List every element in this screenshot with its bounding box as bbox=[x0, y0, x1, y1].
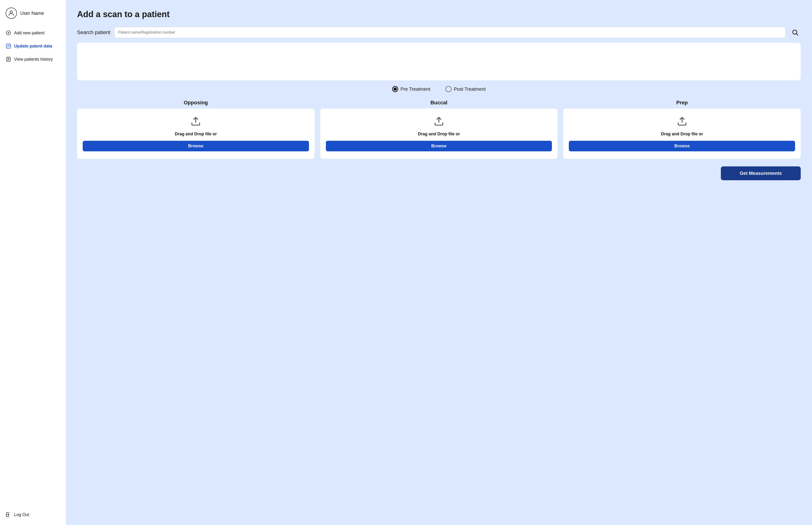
opposing-drag-text: Drag and Drop file or bbox=[175, 131, 217, 137]
bottom-row: Get Measurements bbox=[77, 166, 801, 180]
prep-upload-icon bbox=[677, 116, 687, 127]
pre-treatment-option[interactable]: Pre Treatment bbox=[392, 86, 430, 92]
sidebar-item-add-patient[interactable]: Add new patient bbox=[6, 30, 60, 36]
treatment-radio-group: Pre Treatment Post Treatment bbox=[77, 86, 801, 92]
search-icon bbox=[792, 29, 799, 36]
opposing-column: Opposing Drag and Drop file or Browse bbox=[77, 100, 315, 159]
svg-line-11 bbox=[796, 34, 798, 35]
buccal-browse-button[interactable]: Browse bbox=[326, 141, 552, 151]
nav-menu: Add new patient Update patent data View … bbox=[6, 30, 60, 504]
history-icon bbox=[6, 56, 11, 62]
pre-treatment-radio[interactable] bbox=[392, 86, 398, 92]
opposing-browse-button[interactable]: Browse bbox=[83, 141, 309, 151]
search-row: Search patient bbox=[77, 27, 801, 38]
sidebar: User Name Add new patient Update patent … bbox=[0, 0, 66, 525]
prep-column: Prep Drag and Drop file or Browse bbox=[563, 100, 801, 159]
sidebar-item-view-history[interactable]: View patients history bbox=[6, 56, 60, 62]
logout-icon bbox=[6, 512, 11, 518]
page-title: Add a scan to a patient bbox=[77, 10, 801, 19]
sidebar-item-update-patient[interactable]: Update patent data bbox=[6, 43, 60, 49]
plus-circle-icon bbox=[6, 30, 11, 36]
prep-dropzone[interactable]: Drag and Drop file or Browse bbox=[563, 108, 801, 159]
prep-label: Prep bbox=[676, 100, 688, 106]
buccal-upload-icon bbox=[434, 116, 444, 127]
buccal-drag-text: Drag and Drop file or bbox=[418, 131, 460, 137]
opposing-label: Opposing bbox=[184, 100, 208, 106]
user-name: User Name bbox=[20, 11, 44, 16]
logout-button[interactable]: Log Out bbox=[6, 512, 60, 518]
opposing-upload-icon bbox=[190, 116, 201, 127]
logout-section: Log Out bbox=[6, 504, 60, 518]
search-button[interactable] bbox=[790, 27, 801, 38]
svg-point-0 bbox=[10, 11, 13, 13]
buccal-column: Buccal Drag and Drop file or Browse bbox=[320, 100, 558, 159]
get-measurements-button[interactable]: Get Measurements bbox=[721, 166, 801, 180]
main-content: Add a scan to a patient Search patient P… bbox=[66, 0, 812, 525]
search-input[interactable] bbox=[114, 27, 786, 38]
prep-browse-button[interactable]: Browse bbox=[569, 141, 795, 151]
buccal-label: Buccal bbox=[430, 100, 447, 106]
buccal-dropzone[interactable]: Drag and Drop file or Browse bbox=[320, 108, 558, 159]
upload-section: Opposing Drag and Drop file or Browse Bu… bbox=[77, 100, 801, 159]
avatar bbox=[6, 7, 17, 19]
prep-drag-text: Drag and Drop file or bbox=[661, 131, 703, 137]
search-label: Search patient bbox=[77, 29, 110, 35]
post-treatment-radio[interactable] bbox=[445, 86, 451, 92]
update-patient-icon bbox=[6, 43, 11, 49]
user-section: User Name bbox=[6, 7, 60, 19]
results-panel bbox=[77, 43, 801, 80]
post-treatment-option[interactable]: Post Treatment bbox=[445, 86, 486, 92]
svg-rect-4 bbox=[6, 44, 11, 48]
svg-point-10 bbox=[793, 30, 797, 34]
opposing-dropzone[interactable]: Drag and Drop file or Browse bbox=[77, 108, 315, 159]
